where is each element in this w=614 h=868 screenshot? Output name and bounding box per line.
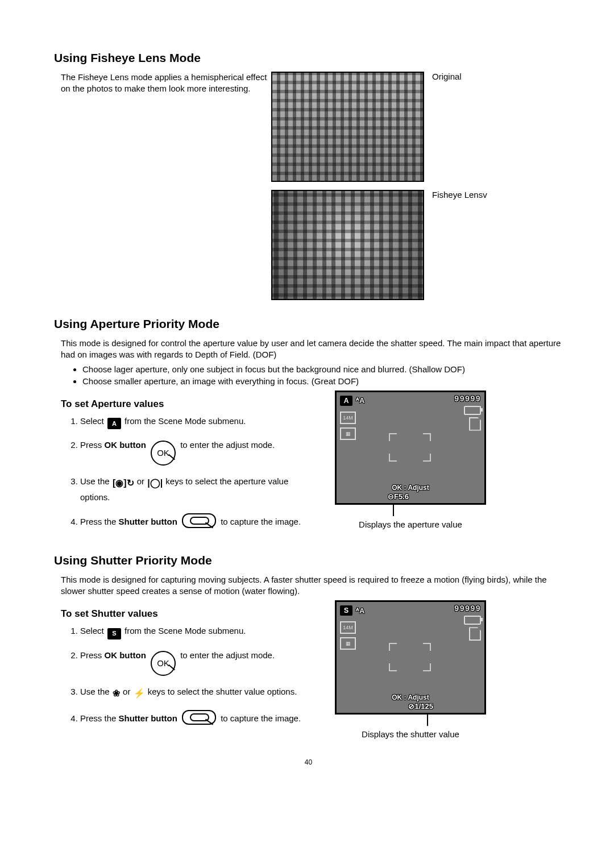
fisheye-photo: [271, 190, 424, 300]
aperture-subheading: To set Aperture values: [61, 398, 311, 410]
heading-fisheye: Using Fisheye Lens Mode: [54, 51, 563, 65]
up-key-icon: ❀: [113, 686, 120, 701]
caption-original: Original: [432, 72, 462, 81]
pointer-line: [427, 713, 428, 726]
lcd-hint: OK : Adjust: [337, 484, 484, 492]
step-4: Press the Shutter button to capture the …: [80, 710, 311, 725]
right-key-icon: |◯|: [147, 476, 163, 491]
mode-s-icon: S: [107, 628, 121, 639]
shutter-intro: This mode is designed for capturing movi…: [61, 574, 563, 597]
original-photo: [271, 72, 424, 182]
battery-icon: [464, 616, 481, 625]
step-2: Press OK button OK to enter the adjust m…: [80, 649, 311, 676]
shutter-button-icon: [182, 513, 216, 528]
shutter-button-icon: [182, 710, 216, 725]
aperture-steps: Select A from the Scene Mode submenu. Pr…: [61, 414, 311, 529]
sd-card-icon: [469, 627, 481, 641]
lcd-hint: OK : Adjust: [337, 693, 484, 701]
step-4: Press the Shutter button to capture the …: [80, 513, 311, 529]
mode-a-icon: A: [107, 418, 121, 429]
caption-fisheye: Fisheye Lensv: [432, 190, 487, 200]
lcd-auto-icon: ᴬA: [356, 396, 364, 405]
step-1: Select A from the Scene Mode submenu.: [80, 414, 311, 430]
heading-aperture: Using Aperture Priority Mode: [54, 317, 563, 331]
aperture-intro: This mode is designed for control the ap…: [61, 338, 563, 361]
size-icon: 14M: [340, 412, 356, 424]
step-2: Press OK button OK to enter the adjust m…: [80, 438, 311, 466]
fisheye-intro: The Fisheye Lens mode applies a hemisphe…: [61, 72, 271, 95]
lcd-mode-icon: S: [340, 605, 352, 616]
ok-button-icon: OK: [151, 651, 176, 676]
pointer-line: [393, 504, 394, 516]
aperture-lcd: A ᴬA 99999 14M ▦ OK : Adjust ⊝F: [335, 391, 486, 505]
lcd-mode-icon: A: [340, 396, 352, 406]
sd-card-icon: [469, 417, 481, 431]
shutter-lcd: S ᴬA 99999 14M ▦ OK : Adjust ⊘1: [335, 600, 486, 715]
lcd-caption-aperture: Displays the aperture value: [359, 520, 462, 529]
shutter-steps: Select S from the Scene Mode submenu. Pr…: [61, 624, 311, 725]
shutter-subheading: To set Shutter values: [61, 608, 311, 620]
heading-shutter: Using Shutter Priority Mode: [54, 554, 563, 567]
step-3: Use the [◉]↻ or |◯| keys to select the a…: [80, 475, 311, 504]
quality-icon: ▦: [340, 427, 356, 440]
bullet-shallow: Choose lager aperture, only one subject …: [82, 364, 563, 374]
left-key-icon: [◉]↻: [113, 476, 134, 491]
battery-icon: [464, 406, 481, 415]
size-icon: 14M: [340, 621, 356, 634]
lcd-caption-shutter: Displays the shutter value: [362, 729, 459, 739]
lcd-counter: 99999: [454, 604, 481, 613]
aperture-bullets: Choose lager aperture, only one subject …: [61, 364, 563, 386]
page-number: 40: [54, 758, 563, 766]
step-1: Select S from the Scene Mode submenu.: [80, 624, 311, 639]
af-frame: [389, 643, 431, 671]
af-frame: [389, 433, 431, 462]
down-key-icon: ⚡: [134, 686, 145, 701]
quality-icon: ▦: [340, 637, 356, 650]
ok-button-icon: OK: [151, 441, 176, 466]
lcd-aperture-value: ⊝F5.6: [388, 492, 409, 501]
lcd-auto-icon: ᴬA: [356, 607, 364, 615]
bullet-great: Choose smaller aperture, an image with e…: [82, 376, 563, 386]
step-3: Use the ❀ or ⚡ keys to select the shutte…: [80, 685, 311, 701]
lcd-counter: 99999: [454, 394, 481, 404]
lcd-shutter-value: ⊘1/125: [408, 702, 433, 711]
